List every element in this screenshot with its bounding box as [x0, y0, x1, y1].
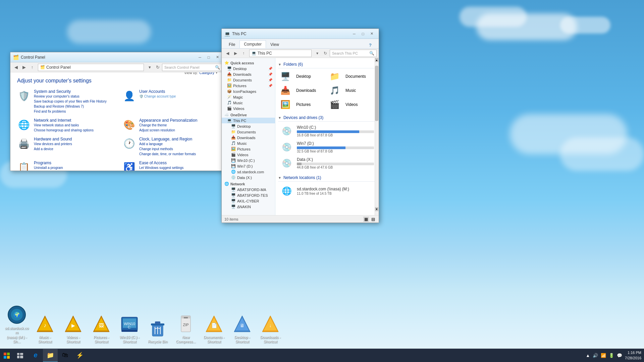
sidebar-item-pictures-pc[interactable]: 🖼️ Pictures: [222, 146, 275, 152]
cat-appearance-sub2[interactable]: Adjust screen resolution: [139, 128, 197, 133]
file-explorer-titlebar[interactable]: 💻 This PC ─ □ ✕: [222, 29, 379, 39]
network-section[interactable]: 🌐 Network: [222, 180, 275, 187]
cat-network-internet[interactable]: 🌐 Network and Internet View network stat…: [17, 118, 112, 133]
cat-appearance[interactable]: 🎨 Appearance and Personalization Change …: [122, 118, 218, 133]
tray-network-icon[interactable]: 📶: [601, 353, 606, 358]
sidebar-item-datax[interactable]: 💿 Data (X:): [222, 175, 275, 180]
maximize-button[interactable]: □: [204, 54, 213, 61]
taskbar-edge[interactable]: e: [28, 349, 43, 362]
desktop-icon-downloads[interactable]: ↓ Downloads -Shortcut: [257, 312, 284, 345]
folder-desktop[interactable]: 🖥️ Desktop: [278, 70, 327, 83]
sidebar-item-stardock[interactable]: 🌐 sd.stardock.com: [222, 169, 275, 175]
fe-minimize-button[interactable]: ─: [350, 31, 359, 37]
fe-back-button[interactable]: ◀: [224, 50, 231, 57]
folder-downloads[interactable]: 📥 Downloads: [278, 84, 327, 97]
folder-pictures[interactable]: 🖼️ Pictures: [278, 98, 327, 111]
sidebar-item-music[interactable]: 🎵 Music: [222, 100, 275, 106]
address-bar[interactable]: 🗂️ Control Panel: [38, 64, 144, 71]
tray-battery-icon[interactable]: 🔋: [609, 353, 614, 358]
viewby-control[interactable]: View by: Category ▾: [184, 72, 218, 75]
network-locs-section-header[interactable]: ▼ Network locations (1): [278, 174, 376, 182]
cat-hardware-title[interactable]: Hardware and Sound: [34, 137, 72, 141]
minimize-button[interactable]: ─: [196, 54, 204, 61]
cat-programs-sub1[interactable]: Uninstall a program: [34, 165, 63, 170]
cat-system-security-sub2[interactable]: Save backup copies of your files with Fi…: [34, 99, 107, 104]
cat-user-accounts-title[interactable]: User Accounts: [139, 89, 176, 94]
sidebar-item-thispc[interactable]: 💻 This PC: [222, 118, 275, 123]
sidebar-item-desktop[interactable]: 🖥️ Desktop 📌: [222, 66, 275, 71]
tray-action-center-icon[interactable]: 💬: [617, 353, 622, 358]
desktop-icon-new-compress[interactable]: ZIP NewCompress...: [172, 312, 199, 345]
tray-expand-icon[interactable]: ▲: [586, 353, 590, 358]
control-panel-titlebar[interactable]: 🗂️ Control Panel ─ □ ✕: [10, 52, 224, 62]
tray-volume-icon[interactable]: 🔊: [593, 353, 598, 358]
desktop-icon-desktop-shortcut[interactable]: 🖥 Desktop -Shortcut: [229, 312, 256, 345]
fe-search-box[interactable]: Search This PC 🔍: [330, 50, 377, 57]
cat-hardware-sub2[interactable]: Add a device: [34, 146, 72, 152]
address-dropdown[interactable]: ▾: [146, 64, 153, 71]
scroll-up-btn[interactable]: ▲: [375, 58, 378, 62]
cat-programs-title[interactable]: Programs: [34, 161, 63, 165]
cat-ease-access[interactable]: ♿ Ease of Access Let Windows suggest set…: [122, 161, 218, 171]
help-button[interactable]: ?: [366, 42, 375, 48]
folder-documents[interactable]: 📁 Documents: [327, 70, 376, 83]
sidebar-item-abatsford-ma[interactable]: 🖥️ ABATSFORD-MA: [222, 187, 275, 192]
sidebar-item-win10c[interactable]: 💾 Win10 (C:): [222, 158, 275, 163]
fe-maximize-button[interactable]: □: [359, 31, 367, 37]
sidebar-item-anakin[interactable]: 🖥️ ΔΝΑKIN: [222, 204, 275, 209]
close-button[interactable]: ✕: [213, 54, 222, 61]
cat-ease-access-title[interactable]: Ease of Access: [139, 161, 183, 165]
sidebar-item-music-pc[interactable]: 🎵 Music: [222, 140, 275, 146]
scrollbar-track[interactable]: ▼ ▲: [375, 58, 379, 215]
cat-clock-sub1[interactable]: Add a language: [139, 141, 196, 146]
cat-system-security-sub3[interactable]: Backup and Restore (Windows 7): [34, 104, 107, 109]
sidebar-item-abatsford-tes[interactable]: 🖥️ ABATSFORD-TES: [222, 192, 275, 198]
taskbar-clock[interactable]: 1:16 PM 7/28/2016: [625, 350, 641, 361]
sidebar-item-documents[interactable]: 📁 Documents 📌: [222, 77, 275, 83]
viewby-value[interactable]: Category: [199, 72, 214, 75]
sidebar-item-akil-cyber[interactable]: 🖥️ AKIL-CYBER: [222, 198, 275, 204]
tab-computer[interactable]: Computer: [239, 40, 266, 48]
drives-section-header[interactable]: ▼ Devices and drives (3): [278, 114, 376, 122]
cat-hardware[interactable]: 🖨️ Hardware and Sound View devices and p…: [17, 137, 112, 157]
sidebar-item-videos-pc[interactable]: 🎬 Videos: [222, 152, 275, 158]
cat-ease-access-sub1[interactable]: Let Windows suggest settings: [139, 165, 183, 170]
cat-hardware-sub1[interactable]: View devices and printers: [34, 141, 72, 146]
task-view-button[interactable]: [13, 349, 27, 362]
taskbar-file-explorer[interactable]: 📁: [43, 349, 58, 362]
folder-videos[interactable]: 🎬 Videos: [327, 98, 376, 111]
desktop-icon-recycle-bin[interactable]: Recycle Bin: [144, 316, 171, 345]
desktop-icon-music[interactable]: ♪ Music -Shortcut: [32, 312, 58, 345]
drive-sd-nasa[interactable]: 🌐 sd.stardock.com (\\nasa) (M:) 11.0 TB …: [278, 183, 376, 199]
desktop-icon-pictures[interactable]: 🖼 Pictures -Shortcut: [88, 312, 115, 345]
back-button[interactable]: ◀: [12, 64, 20, 71]
taskbar-stardock[interactable]: ⚡: [72, 349, 87, 362]
sidebar-item-iconpackages[interactable]: 📦 IconPackages: [222, 88, 275, 94]
sidebar-item-desktop-pc[interactable]: 🖥️ Desktop: [222, 123, 275, 129]
start-button[interactable]: [0, 349, 13, 362]
onedrive-section[interactable]: ☁️ OneDrive: [222, 111, 275, 118]
drive-win10c[interactable]: 💿 Win10 (C:) 16.8 GB free of 87.8 GB: [278, 123, 376, 139]
cat-programs[interactable]: 📋 Programs Uninstall a program: [17, 161, 112, 171]
scroll-down-btn[interactable]: ▼: [375, 207, 378, 211]
cat-system-security[interactable]: 🛡️ System and Security Review your compu…: [17, 89, 112, 114]
fe-address-dropdown[interactable]: ▾: [314, 50, 321, 57]
forward-button[interactable]: ▶: [20, 64, 28, 71]
quick-access-section[interactable]: ⭐ Quick access: [222, 59, 275, 66]
folders-section-header[interactable]: ▼ Folders (6): [278, 61, 376, 68]
fe-close-button[interactable]: ✕: [367, 31, 376, 37]
sidebar-item-videos[interactable]: 🎬 Videos: [222, 106, 275, 111]
cat-network-internet-title[interactable]: Network and Internet: [34, 118, 94, 123]
cat-clock-title[interactable]: Clock, Language, and Region: [139, 137, 196, 141]
sidebar-item-pictures[interactable]: 🖼️ Pictures 📌: [222, 83, 275, 88]
tab-view[interactable]: View: [266, 40, 283, 48]
cat-clock-sub2[interactable]: Change input methods: [139, 146, 196, 152]
desktop-icon-sd-stardock[interactable]: 🌍 sd.stardock.com(nasa) (M:) - Sh...: [3, 303, 30, 345]
sidebar-item-documents-pc[interactable]: 📁 Documents: [222, 129, 275, 135]
up-button[interactable]: ↑: [29, 64, 36, 71]
cat-ease-access-sub2[interactable]: Optimize visual display: [139, 170, 183, 171]
cat-user-accounts-sub1[interactable]: 🛡️ Change account type: [139, 94, 176, 99]
scrollbar-thumb[interactable]: [375, 66, 378, 121]
cat-appearance-sub1[interactable]: Change the theme: [139, 123, 197, 128]
drive-datax[interactable]: 💿 Data (X:) 44.8 GB free of 47.6 GB: [278, 155, 376, 171]
